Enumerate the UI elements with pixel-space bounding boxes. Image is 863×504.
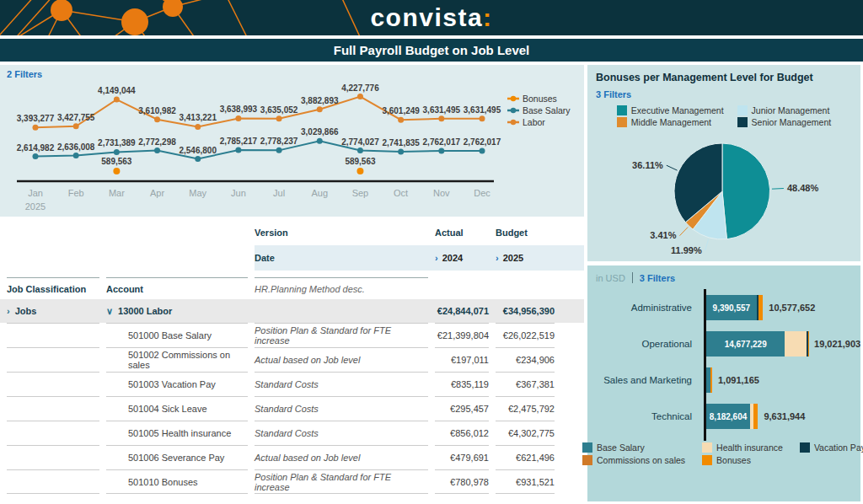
labor-point[interactable] xyxy=(480,115,485,121)
pie-percentage-label: 3.41% xyxy=(650,230,676,240)
bar-stack[interactable] xyxy=(706,367,712,393)
legend-swatch xyxy=(582,442,592,453)
pie-legend-item[interactable]: Junior Management xyxy=(737,105,832,115)
table-row: 501005 Health insuranceStandard Costs€85… xyxy=(0,421,584,445)
base-salary-point[interactable] xyxy=(33,153,39,159)
bar-legend-item[interactable]: Commissions on sales xyxy=(582,455,685,465)
base-salary-label: 2,785,217 xyxy=(220,137,258,146)
bar-segment-bonuses[interactable] xyxy=(758,295,763,320)
bar-chart-filters-link[interactable]: 3 Filters xyxy=(640,273,675,283)
budget-cell: €234,906 xyxy=(496,347,555,372)
bar-legend-item[interactable]: Health insurance xyxy=(702,442,783,453)
bar-segment-bonuses[interactable] xyxy=(710,367,713,393)
bar-segment-bonuses[interactable] xyxy=(808,331,809,357)
legend-label[interactable]: Base Salary xyxy=(523,105,571,115)
base-salary-label: 2,762,017 xyxy=(423,137,461,147)
base-salary-point[interactable] xyxy=(357,147,363,153)
bar-stack[interactable]: 8,182,604 xyxy=(706,404,758,429)
labor-label: 4,227,776 xyxy=(341,83,379,93)
base-salary-point[interactable] xyxy=(276,147,282,153)
labor-point[interactable] xyxy=(33,125,39,131)
bar-segment-base-salary[interactable]: 8,182,604 xyxy=(706,404,750,429)
legend-label[interactable]: Bonuses xyxy=(523,94,557,104)
job-cell xyxy=(7,323,99,347)
chevron-right-icon[interactable]: › xyxy=(7,306,10,316)
base-salary-label: 2,778,237 xyxy=(260,137,298,146)
base-salary-point[interactable] xyxy=(195,156,201,162)
app-header: convista: xyxy=(0,0,863,37)
labor-point[interactable] xyxy=(235,115,241,121)
labor-point[interactable] xyxy=(357,94,363,99)
legend-marker-dot xyxy=(511,108,516,113)
budget-cell: €931,521 xyxy=(496,469,555,494)
legend-label: Bonuses xyxy=(716,455,751,465)
labor-point[interactable] xyxy=(195,124,201,130)
bar-stack[interactable]: 14,677,229 xyxy=(706,331,808,357)
pie-legend-item[interactable]: Middle Management xyxy=(617,117,724,127)
bar-segment-base-salary[interactable]: 9,390,557 xyxy=(706,295,757,320)
table-header-row-version: Version Actual Budget xyxy=(0,220,584,245)
bonuses-pie-chart[interactable]: 48.48%11.99%3.41%36.11% xyxy=(596,127,852,260)
bar-segment-bonuses[interactable] xyxy=(753,404,758,429)
pie-slice-executive-management[interactable] xyxy=(722,143,770,239)
budget-2025-cell: ›2025 xyxy=(496,253,561,263)
payroll-line-chart[interactable]: JanFebMarAprMayJunJulAugSepOctNovDec2025… xyxy=(0,65,584,217)
pie-legend-item[interactable]: Executive Management xyxy=(617,105,724,115)
account-cell: 501002 Commissions on sales xyxy=(106,347,248,372)
actual-year: 2024 xyxy=(442,253,463,263)
table-row: 501003 Vacation PayStandard Costs€835,11… xyxy=(0,372,584,396)
bar-stack[interactable]: 9,390,557 xyxy=(706,295,763,320)
base-salary-point[interactable] xyxy=(235,147,241,153)
legend-label[interactable]: Labor xyxy=(523,117,545,127)
pie-chart-filters-link[interactable]: 3 Filters xyxy=(596,89,631,99)
account-header: Account xyxy=(106,277,248,294)
bonuses-point[interactable] xyxy=(356,168,363,174)
pie-legend-item[interactable]: Senior Management xyxy=(737,117,832,127)
budget-cell: €4,302,775 xyxy=(496,421,555,445)
date-header: Date xyxy=(255,253,435,263)
budget-cell: €367,381 xyxy=(496,372,555,396)
bar-legend-item[interactable]: Bonuses xyxy=(702,455,783,465)
labor-point[interactable] xyxy=(154,116,160,122)
line-chart-filters-link[interactable]: 2 Filters xyxy=(7,69,42,79)
base-salary-point[interactable] xyxy=(317,138,323,144)
labor-label: 3,427,755 xyxy=(57,113,95,122)
labor-point[interactable] xyxy=(114,97,120,103)
labor-point[interactable] xyxy=(73,123,79,129)
legend-label: Junior Management xyxy=(752,105,830,115)
bonuses-label: 589,563 xyxy=(101,157,132,166)
bar-legend-item[interactable]: Vacation Pay xyxy=(800,442,863,453)
base-salary-point[interactable] xyxy=(154,147,160,153)
bar-legend-item[interactable]: Base Salary xyxy=(582,442,685,453)
labor-point[interactable] xyxy=(438,115,444,121)
account-cell: 501000 Base Salary xyxy=(106,323,248,347)
legend-swatch xyxy=(617,117,627,127)
chevron-right-icon[interactable]: › xyxy=(435,253,438,263)
bar-segment-base-salary[interactable]: 14,677,229 xyxy=(706,331,785,357)
base-salary-point[interactable] xyxy=(114,149,120,155)
budget-header: Budget xyxy=(496,228,555,238)
actual-header: Actual xyxy=(435,228,489,238)
method-cell: Position Plan & Standard for FTE increas… xyxy=(255,323,428,347)
labor-point[interactable] xyxy=(317,106,323,112)
base-salary-point[interactable] xyxy=(73,153,79,158)
bonuses-label: 589,563 xyxy=(345,157,376,166)
legend-label: Commissions on sales xyxy=(597,455,685,465)
base-salary-point[interactable] xyxy=(438,148,444,154)
chevron-down-icon[interactable]: ∨ xyxy=(106,306,113,316)
bar-chart-axis xyxy=(704,289,706,441)
bonuses-point[interactable] xyxy=(113,168,120,174)
table-row: 501006 Severance PayActual based on Job … xyxy=(0,445,584,469)
job-cell xyxy=(7,396,99,421)
jobs-cell: ›Jobs xyxy=(7,306,99,316)
labor-point[interactable] xyxy=(398,117,404,123)
table-column-headers: Job Classification Account HR.Planning M… xyxy=(0,271,584,299)
base-salary-point[interactable] xyxy=(398,148,404,154)
bar-segment-health-insurance[interactable] xyxy=(785,331,806,357)
labor-point[interactable] xyxy=(276,115,282,121)
actual-cell: €856,012 xyxy=(435,421,489,445)
table-row: 501004 Sick LeaveStandard Costs€295,457€… xyxy=(0,396,584,421)
base-salary-point[interactable] xyxy=(480,148,485,154)
pie-chart-title: Bonuses per Management Level for Budget xyxy=(596,72,852,83)
chevron-right-icon[interactable]: › xyxy=(496,253,499,263)
